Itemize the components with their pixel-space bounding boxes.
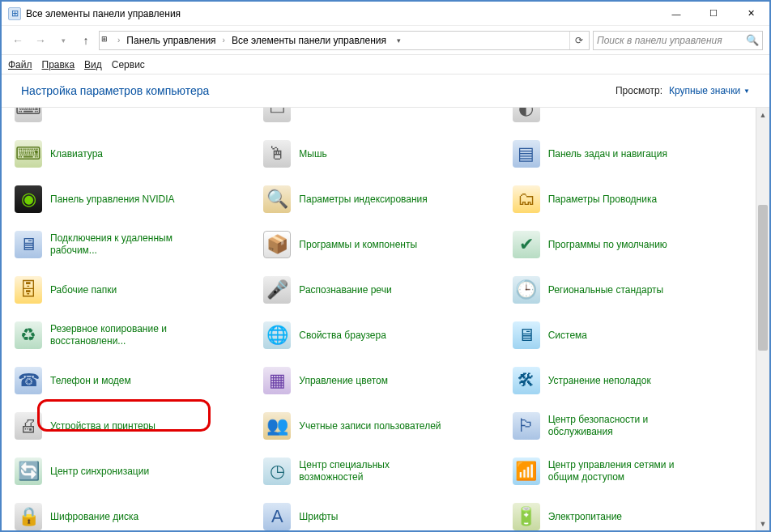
window-title: Все элементы панели управления xyxy=(26,8,658,19)
chevron-right-icon: › xyxy=(221,36,227,45)
color-management-icon: ▦ xyxy=(263,367,291,394)
device-icon: ⌨ xyxy=(15,107,42,122)
cp-item-programs[interactable]: 📦Программы и компоненты xyxy=(260,229,501,260)
search-index-icon: 🔍 xyxy=(263,185,291,213)
mouse-icon: 🖱 xyxy=(263,140,291,168)
control-panel-icon: ⊞ xyxy=(8,7,21,20)
content-area: ⌨ ▭ ◐ ⌨Клавиатура 🖱Мышь ▤Панель задач и … xyxy=(2,107,769,530)
internet-options-icon: 🌐 xyxy=(263,321,291,349)
cp-item-remoteapp[interactable]: 🖥Подключения к удаленным рабочим... xyxy=(11,229,252,260)
window-frame: ⊞ Все элементы панели управления ― ☐ ✕ ←… xyxy=(0,0,771,532)
refresh-button[interactable]: ⟳ xyxy=(569,32,587,49)
programs-icon: 📦 xyxy=(263,231,291,258)
menu-file[interactable]: Файл xyxy=(8,59,32,70)
cp-item[interactable]: ▭ xyxy=(260,107,501,124)
lock-drive-icon: 🔒 xyxy=(15,503,42,530)
cp-item-user-accounts[interactable]: 👥Учетные записи пользователей xyxy=(260,411,501,441)
cp-item-indexing[interactable]: 🔍Параметры индексирования xyxy=(260,184,501,215)
cp-item-devices-printers[interactable]: 🖨Устройства и принтеры xyxy=(11,411,252,441)
cp-item-keyboard[interactable]: ⌨Клавиатура xyxy=(11,138,252,169)
scrollbar-thumb[interactable] xyxy=(758,205,768,351)
search-icon: 🔍 xyxy=(746,34,759,46)
system-icon: 🖥 xyxy=(513,321,540,349)
backup-icon: ♻ xyxy=(15,321,42,349)
device-icon: ◐ xyxy=(513,107,540,122)
view-by-label: Просмотр: xyxy=(616,85,662,96)
address-bar[interactable]: ⊞ › Панель управления › Все элементы пан… xyxy=(99,31,590,50)
cp-item[interactable]: ◐ xyxy=(509,107,750,124)
chevron-right-icon: › xyxy=(116,36,121,45)
control-panel-icon: ⊞ xyxy=(101,35,113,46)
network-icon: 📶 xyxy=(513,458,540,485)
cp-item-work-folders[interactable]: 🗄Рабочие папки xyxy=(11,275,252,305)
search-input[interactable]: Поиск в панели управления 🔍 xyxy=(593,31,763,50)
page-title: Настройка параметров компьютера xyxy=(21,84,209,97)
sync-icon: 🔄 xyxy=(15,458,42,485)
fonts-icon: A xyxy=(263,503,291,530)
cp-item-mouse[interactable]: 🖱Мышь xyxy=(260,138,501,169)
cp-item-explorer-options[interactable]: 🗂Параметры Проводника xyxy=(509,184,750,215)
power-icon: 🔋 xyxy=(513,503,540,530)
microphone-icon: 🎤 xyxy=(263,276,291,304)
title-bar: ⊞ Все элементы панели управления ― ☐ ✕ xyxy=(2,2,769,26)
menu-bar: Файл Правка Вид Сервис xyxy=(2,55,769,74)
work-folders-icon: 🗄 xyxy=(15,276,42,304)
troubleshoot-icon: 🛠 xyxy=(513,367,540,394)
search-placeholder: Поиск в панели управления xyxy=(597,35,722,46)
cp-item-internet-options[interactable]: 🌐Свойства браузера xyxy=(260,320,501,351)
view-by-dropdown[interactable]: Крупные значки ▼ xyxy=(669,85,750,96)
cp-item-sync-center[interactable]: 🔄Центр синхронизации xyxy=(11,456,252,487)
flag-icon: 🏳 xyxy=(513,412,540,440)
items-grid: ⌨ ▭ ◐ ⌨Клавиатура 🖱Мышь ▤Панель задач и … xyxy=(11,107,750,530)
accessibility-icon: ◷ xyxy=(263,458,291,485)
breadcrumb-root[interactable]: Панель управления xyxy=(125,33,217,48)
device-icon: ▭ xyxy=(263,107,291,122)
cp-item-security-center[interactable]: 🏳Центр безопасности и обслуживания xyxy=(509,411,750,441)
folder-options-icon: 🗂 xyxy=(513,185,540,213)
cp-item-backup[interactable]: ♻Резервное копирование и восстановлени..… xyxy=(11,320,252,351)
users-icon: 👥 xyxy=(263,412,291,440)
cp-item-fonts[interactable]: AШрифты xyxy=(260,501,501,530)
maximize-button[interactable]: ☐ xyxy=(695,2,732,25)
cp-item-power[interactable]: 🔋Электропитание xyxy=(509,501,750,530)
cp-item-region[interactable]: 🕒Региональные стандарты xyxy=(509,275,750,305)
nav-toolbar: ← → ▾ ↑ ⊞ › Панель управления › Все элем… xyxy=(2,26,769,55)
address-dropdown-icon[interactable]: ▾ xyxy=(391,32,406,49)
default-programs-icon: ✔ xyxy=(513,231,540,258)
cp-item-troubleshoot[interactable]: 🛠Устранение неполадок xyxy=(509,365,750,396)
menu-service[interactable]: Сервис xyxy=(112,59,145,70)
back-button[interactable]: ← xyxy=(8,31,28,50)
cp-item-bitlocker[interactable]: 🔒Шифрование диска xyxy=(11,501,252,530)
vertical-scrollbar[interactable]: ▲ ▼ xyxy=(756,108,769,530)
recent-dropdown-icon[interactable]: ▾ xyxy=(53,31,73,50)
view-by-value: Крупные значки xyxy=(669,85,740,96)
printer-icon: 🖨 xyxy=(15,412,42,440)
cp-item-speech[interactable]: 🎤Распознавание речи xyxy=(260,275,501,305)
scroll-down-icon[interactable]: ▼ xyxy=(756,517,769,530)
keyboard-icon: ⌨ xyxy=(15,140,42,168)
cp-item-ease-of-access[interactable]: ◷Центр специальных возможностей xyxy=(260,456,501,487)
menu-edit[interactable]: Правка xyxy=(42,59,75,70)
close-button[interactable]: ✕ xyxy=(732,2,769,25)
breadcrumb-current[interactable]: Все элементы панели управления xyxy=(230,33,388,48)
scroll-up-icon[interactable]: ▲ xyxy=(756,108,769,121)
chevron-down-icon: ▼ xyxy=(743,87,750,95)
cp-item-default-programs[interactable]: ✔Программы по умолчанию xyxy=(509,229,750,260)
minimize-button[interactable]: ― xyxy=(658,2,695,25)
forward-button[interactable]: → xyxy=(31,31,50,50)
cp-item-system[interactable]: 🖥Система xyxy=(509,320,750,351)
cp-item[interactable]: ⌨ xyxy=(11,107,252,124)
up-button[interactable]: ↑ xyxy=(76,31,96,50)
nvidia-icon: ◉ xyxy=(15,185,42,213)
remote-desktop-icon: 🖥 xyxy=(15,231,42,258)
globe-clock-icon: 🕒 xyxy=(513,276,540,304)
page-header: Настройка параметров компьютера Просмотр… xyxy=(2,74,769,107)
phone-modem-icon: ☎ xyxy=(15,367,42,394)
taskbar-icon: ▤ xyxy=(513,140,540,168)
cp-item-phone-modem[interactable]: ☎Телефон и модем xyxy=(11,365,252,396)
cp-item-color[interactable]: ▦Управление цветом xyxy=(260,365,501,396)
cp-item-network-center[interactable]: 📶Центр управления сетями и общим доступо… xyxy=(509,456,750,487)
menu-view[interactable]: Вид xyxy=(84,59,102,70)
cp-item-nvidia[interactable]: ◉Панель управления NVIDIA xyxy=(11,184,252,215)
cp-item-taskbar[interactable]: ▤Панель задач и навигация xyxy=(509,138,750,169)
